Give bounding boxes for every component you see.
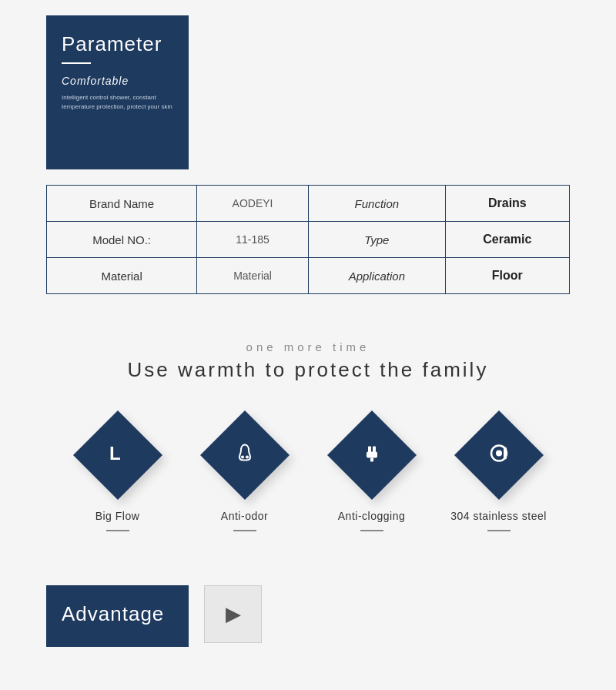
parameter-divider [62, 62, 91, 64]
anticlogging-icon [360, 442, 383, 469]
anticlogging-diamond-wrap [330, 413, 414, 497]
table-row: Brand Name AODEYI Function Drains [47, 186, 570, 222]
advantage-thumbnail: ▶ [204, 585, 262, 643]
icon-stainless: 304 stainless steel [439, 413, 558, 531]
svg-point-2 [246, 456, 249, 459]
thumbnail-icon: ▶ [226, 602, 241, 626]
stainless-dash [487, 530, 511, 531]
label-brand: Brand Name [47, 186, 197, 222]
warmth-title: Use warmth to protect the family [0, 358, 616, 382]
icon-anthodor: Anti-odor [185, 413, 304, 531]
table-row: Material Material Application Floor [47, 258, 570, 294]
svg-point-8 [496, 451, 502, 457]
advantage-title: Advantage [62, 602, 173, 626]
parameter-subtitle: Comfortable [62, 75, 173, 87]
svg-rect-9 [504, 447, 507, 460]
parameter-title: Parameter [62, 32, 173, 56]
advantage-card: Advantage [46, 585, 189, 647]
svg-rect-4 [373, 447, 376, 453]
parameter-card: Parameter Comfortable Intelligent contro… [46, 15, 189, 169]
parameter-desc: Intelligent control shower, constant tem… [62, 93, 173, 112]
svg-rect-6 [370, 458, 373, 462]
val-type: Ceramic [445, 222, 569, 258]
val-function: Drains [445, 186, 569, 222]
stainless-label: 304 stainless steel [450, 510, 547, 522]
bigflow-label: Big Flow [95, 510, 140, 522]
bigflow-diamond-wrap: L [75, 413, 160, 497]
svg-rect-3 [368, 447, 371, 453]
param-table: Brand Name AODEYI Function Drains Model … [46, 185, 570, 294]
svg-text:L: L [109, 443, 121, 464]
key-type: Type [308, 222, 445, 258]
table-row: Model NO.: 11-185 Type Ceramic [47, 222, 570, 258]
table-section: Brand Name AODEYI Function Drains Model … [0, 185, 616, 317]
anticlogging-label: Anti-clogging [338, 510, 405, 522]
anticlogging-dash [360, 530, 383, 531]
warmth-section: one more time Use warmth to protect the … [0, 317, 616, 570]
icon-anticlogging: Anti-clogging [312, 413, 431, 531]
value-material: Material [197, 258, 309, 294]
antiodor-diamond-wrap [203, 413, 287, 497]
warmth-subtitle: one more time [0, 340, 616, 353]
label-material: Material [47, 258, 197, 294]
stainless-diamond-wrap [457, 413, 541, 497]
key-function: Function [308, 186, 445, 222]
label-model: Model NO.: [47, 222, 197, 258]
antiodor-icon [233, 442, 256, 469]
advantage-section: Advantage ▶ [0, 570, 616, 647]
bigflow-icon: L [105, 441, 130, 470]
parameter-section: Parameter Comfortable Intelligent contro… [0, 0, 616, 185]
stainless-icon [487, 441, 511, 470]
antiodor-dash [233, 530, 256, 531]
val-application: Floor [445, 258, 569, 294]
svg-rect-5 [367, 452, 377, 458]
icons-row: L Big Flow Anti- [0, 413, 616, 531]
bigflow-dash [106, 530, 129, 531]
value-model: 11-185 [197, 222, 309, 258]
key-application: Application [308, 258, 445, 294]
value-brand: AODEYI [197, 186, 309, 222]
icon-bigflow: L Big Flow [58, 413, 177, 531]
svg-point-1 [241, 456, 244, 459]
antiodor-label: Anti-odor [221, 510, 268, 522]
